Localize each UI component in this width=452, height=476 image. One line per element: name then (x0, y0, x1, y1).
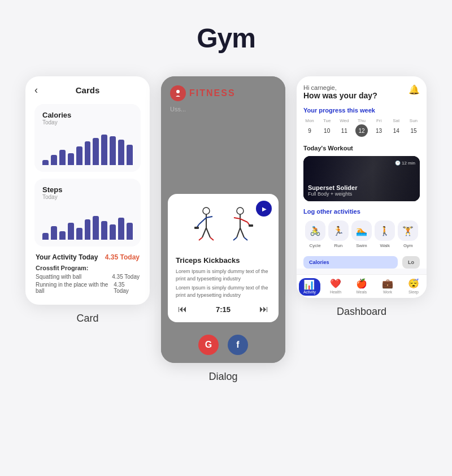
calories-sublabel: Today (42, 119, 133, 126)
workout-card[interactable]: 🕐 12 min Superset Solider Full Body + we… (303, 156, 420, 201)
bar (59, 150, 66, 165)
bar (51, 155, 57, 165)
card-header: ‹ Cards (34, 85, 141, 95)
nav-icon: 💼 (382, 278, 393, 289)
nav-item[interactable]: 😴 Sleep (401, 278, 427, 296)
nav-item[interactable]: 🍎 Meals (349, 278, 375, 296)
bar (76, 146, 82, 165)
nav-icon: 🍎 (356, 278, 367, 289)
svg-rect-5 (194, 227, 199, 229)
activities-row: 🚴 Cycle 🏃 Run 🏊 Swim 🚶 Walk 🏋️ Gym (303, 220, 420, 248)
day-label: Fri (376, 118, 381, 123)
svg-rect-16 (249, 224, 253, 227)
bar (101, 135, 107, 165)
day-item[interactable]: Fri 13 (373, 118, 385, 137)
dashboard-screen-wrapper: Hi carnegie, How was your day? 🔔 Your pr… (297, 76, 427, 318)
svg-point-0 (176, 90, 180, 93)
svg-line-13 (240, 219, 247, 222)
activity-icon-circle: 🚶 (375, 220, 395, 241)
card-screen: ‹ Cards Calories Today Steps Today Your … (25, 76, 150, 305)
day-label: Tue (323, 118, 331, 123)
day-item[interactable]: Tue 10 (321, 118, 333, 137)
svg-line-6 (206, 217, 212, 218)
screens-row: ‹ Cards Calories Today Steps Today Your … (11, 76, 441, 383)
nav-item[interactable]: 💼 Work (375, 278, 401, 296)
card-screen-label: Card (76, 313, 98, 324)
activity-icon-label: Walk (380, 243, 389, 248)
activity-icon-label: Swim (356, 243, 367, 248)
activity-title-row: Your Activity Today 4.35 Today (36, 253, 140, 261)
svg-line-20 (244, 237, 247, 240)
activity-icon-item[interactable]: 🚴 Cycle (305, 220, 325, 248)
activity-icon-label: Cycle (310, 243, 321, 248)
activity-icon-item[interactable]: 🏊 Swim (351, 220, 372, 248)
back-button[interactable]: ‹ (34, 84, 38, 96)
nav-label: Health (330, 290, 341, 294)
activity-title: Your Activity Today (36, 253, 98, 261)
day-num: 11 (338, 124, 350, 137)
activity-value: 4.35 Today (105, 253, 140, 261)
nav-item[interactable]: ❤️ Health (323, 278, 349, 296)
bar (127, 223, 133, 240)
day-item[interactable]: Thu 12 (355, 118, 368, 137)
day-item[interactable]: Wed 11 (338, 118, 350, 137)
day-label: Wed (340, 118, 349, 123)
google-button[interactable]: G (198, 335, 219, 355)
bar (68, 223, 74, 240)
steps-card: Steps Today (34, 179, 141, 246)
nav-label: Meals (357, 290, 367, 294)
dialog-bg-text: Uss... (170, 106, 276, 112)
activity-icon-item[interactable]: 🚶 Walk (375, 220, 395, 248)
day-item[interactable]: Sun 15 (407, 118, 420, 137)
steps-label: Steps (42, 185, 133, 194)
exercise-time: 7:15 (216, 305, 231, 314)
exercise-name: Triceps Kickbacks (176, 256, 271, 265)
log-tag[interactable]: Lo (402, 256, 420, 269)
activity-icon-circle: 🚴 (305, 220, 325, 241)
activity-icon-item[interactable]: 🏃 Run (328, 220, 349, 248)
activity-icon-circle: 🏊 (351, 220, 372, 241)
day-num: 13 (373, 124, 385, 137)
svg-line-18 (240, 228, 244, 237)
dialog-screen-label: Dialog (208, 371, 237, 383)
nav-icon: 😴 (408, 278, 419, 289)
bar (68, 153, 74, 165)
prev-button[interactable]: ⏮ (178, 304, 187, 314)
day-item[interactable]: Sat 14 (390, 118, 402, 137)
program-title: Crossfit Program: (36, 265, 140, 271)
activity-icon-item[interactable]: 🏋️ Gym (398, 220, 418, 248)
dialog-card: Triceps Kickbacks Lorem Ipsum is simply … (168, 194, 279, 322)
activity-item-2-value: 4.35 Today (114, 282, 140, 294)
nav-active-pill: 📊 Activity (299, 278, 320, 296)
calories-card: Calories Today (34, 104, 141, 172)
facebook-button[interactable]: f (228, 335, 248, 355)
bar (118, 218, 124, 240)
dash-header: Hi carnegie, How was your day? 🔔 (303, 84, 420, 100)
nav-label: Sleep (408, 290, 419, 294)
play-button[interactable] (256, 201, 272, 217)
nav-icon: ❤️ (330, 278, 341, 289)
bar (127, 145, 133, 165)
fitness-header: FITNESS (170, 85, 276, 101)
calories-label: Calories (42, 111, 133, 119)
nav-item[interactable]: 📊 Activity (297, 278, 323, 296)
next-button[interactable]: ⏭ (259, 304, 268, 314)
activity-item-1-value: 4.35 Today (112, 274, 140, 280)
bar (42, 233, 49, 240)
figure-1 (192, 206, 220, 252)
svg-line-17 (237, 228, 240, 237)
notification-bell-icon[interactable]: 🔔 (408, 84, 420, 95)
bar (51, 226, 57, 240)
nav-icon: 📊 (303, 279, 316, 290)
calories-tag[interactable]: Calories (303, 256, 398, 269)
workout-time: 🕐 12 min (395, 161, 415, 166)
dashboard-screen-label: Dashboard (337, 306, 386, 318)
day-label: Mon (305, 118, 314, 123)
workout-section-title: Today's Workout (303, 145, 420, 152)
progress-title: Your progress this week (303, 107, 420, 114)
day-num: 9 (303, 124, 316, 137)
bottom-nav: 📊 Activity ❤️ Health 🍎 Meals 💼 Work 😴 Sl… (297, 274, 427, 298)
workout-name: Superset Solider (308, 184, 357, 191)
bar (85, 141, 91, 165)
day-item[interactable]: Mon 9 (303, 118, 316, 137)
